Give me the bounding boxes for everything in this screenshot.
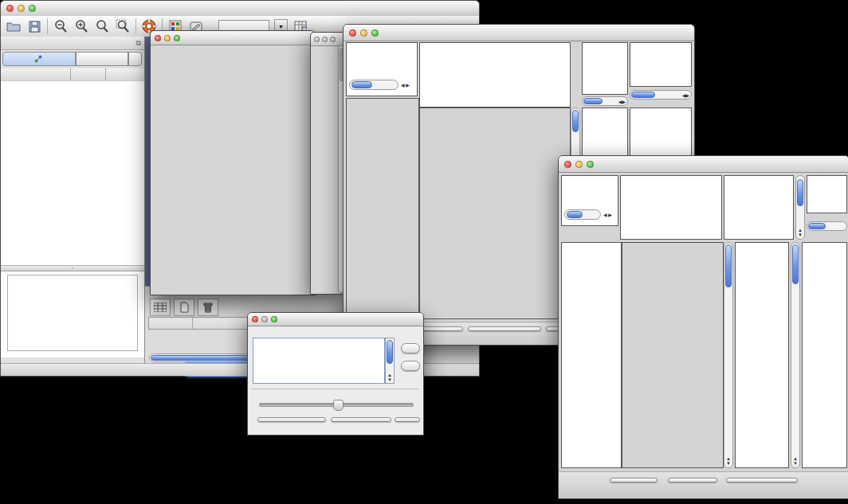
attribute-list-vscrollbar[interactable]: ▲▼ bbox=[385, 338, 395, 384]
tv2-save-data-button[interactable] bbox=[668, 478, 717, 483]
window-controls[interactable] bbox=[1, 5, 36, 12]
zoom-button[interactable] bbox=[587, 161, 594, 168]
tv2-sub-scroll-arrows[interactable]: ▲▼ bbox=[793, 456, 798, 466]
tv2-column-labels bbox=[724, 175, 794, 240]
move-up-button[interactable] bbox=[401, 343, 420, 354]
desktop: ▼ ⧉ bbox=[0, 0, 848, 504]
tv2-usage-scrollbar[interactable] bbox=[807, 221, 847, 231]
grid-window-titlebar[interactable] bbox=[311, 33, 345, 46]
zoom-button[interactable] bbox=[174, 35, 180, 41]
open-file-icon[interactable] bbox=[6, 18, 22, 34]
tv1-usage-scrollbar[interactable]: ◀▶ bbox=[630, 90, 692, 100]
attribute-select-icon[interactable] bbox=[150, 299, 171, 316]
tv2-usage-hints bbox=[807, 175, 847, 213]
col-header-nodes[interactable] bbox=[71, 68, 107, 80]
close-button[interactable] bbox=[252, 316, 258, 322]
map-colors-dialog: ▲▼ bbox=[247, 312, 424, 436]
tv1-row-dendrogram[interactable] bbox=[346, 98, 419, 319]
tv1-view-status: ◀ ▶ bbox=[346, 42, 418, 96]
animation-speed-slider[interactable] bbox=[259, 403, 414, 407]
tv2-sub-vscrollbar[interactable]: ▲▼ bbox=[791, 242, 800, 468]
zoom-fit-icon[interactable] bbox=[115, 18, 131, 34]
tv1-usage-scroll-arrows[interactable]: ◀▶ bbox=[682, 93, 689, 98]
tv1-status-scroll-arrows[interactable]: ◀ ▶ bbox=[401, 83, 410, 88]
zoom-button[interactable] bbox=[271, 316, 277, 322]
tv1-export-graphics-button[interactable] bbox=[468, 326, 541, 331]
treeview2-titlebar[interactable] bbox=[559, 156, 848, 173]
done-button[interactable] bbox=[395, 417, 420, 422]
attribute-scroll-arrows[interactable]: ▲▼ bbox=[387, 373, 392, 382]
minimize-button[interactable] bbox=[18, 5, 25, 12]
tv2-gene-list bbox=[802, 242, 847, 468]
close-button[interactable] bbox=[349, 29, 356, 37]
tv2-heatmap[interactable] bbox=[622, 242, 724, 468]
grid-network-window bbox=[310, 32, 346, 295]
move-down-button[interactable] bbox=[401, 361, 420, 371]
zoom-out-icon[interactable] bbox=[53, 18, 69, 34]
animate-vizmap-button[interactable] bbox=[257, 417, 326, 422]
new-attribute-icon[interactable] bbox=[174, 299, 194, 316]
zoom-selected-icon[interactable] bbox=[94, 18, 110, 34]
tv1-column-labels bbox=[582, 42, 628, 95]
close-button[interactable] bbox=[155, 35, 161, 41]
network-window-titlebar[interactable] bbox=[151, 31, 315, 45]
toolbar-separator bbox=[47, 18, 48, 34]
tv2-heatmap-vscrollbar[interactable]: ▲▼ bbox=[724, 242, 733, 468]
tv1-usage-hints bbox=[630, 42, 692, 87]
tv2-settings-button[interactable] bbox=[610, 478, 658, 483]
tv2-export-graphics-button[interactable] bbox=[726, 478, 798, 483]
panel-splitter[interactable]: • bbox=[1, 265, 144, 272]
tv1-sub-hscrollbar[interactable]: ◀▶ bbox=[582, 96, 628, 106]
network-view-window bbox=[150, 30, 316, 295]
tv2-view-status: ◀ ▶ bbox=[561, 175, 618, 226]
network-table-body bbox=[1, 80, 144, 265]
slider-thumb[interactable] bbox=[333, 400, 344, 411]
col-header-edges[interactable] bbox=[106, 68, 144, 80]
tv2-button-bar bbox=[559, 471, 848, 498]
minimize-button[interactable] bbox=[575, 161, 583, 168]
tv1-status-scrollbar[interactable] bbox=[349, 80, 398, 90]
save-icon[interactable] bbox=[26, 18, 42, 34]
close-button[interactable] bbox=[6, 5, 14, 12]
float-panel-icon[interactable]: ⧉ bbox=[136, 39, 141, 48]
tv2-collabel-vscrollbar[interactable]: ▲▼ bbox=[795, 175, 805, 240]
create-vizmap-button[interactable] bbox=[331, 417, 391, 422]
tv2-column-dendrogram-area[interactable] bbox=[620, 175, 722, 240]
tab-overflow-button[interactable] bbox=[128, 52, 142, 66]
main-titlebar[interactable] bbox=[1, 1, 479, 17]
zoom-button[interactable] bbox=[371, 29, 379, 37]
tab-vizmapper[interactable] bbox=[76, 52, 128, 66]
minimize-button[interactable] bbox=[164, 35, 171, 41]
map-colors-titlebar[interactable] bbox=[248, 313, 423, 326]
network-view-canvas[interactable] bbox=[151, 45, 313, 294]
tv2-heat-scroll-arrows[interactable]: ▲▼ bbox=[726, 456, 731, 466]
tv1-column-dendrogram[interactable] bbox=[419, 42, 571, 107]
tv2-collabel-scroll-arrows[interactable]: ▲▼ bbox=[798, 228, 803, 237]
tab-network[interactable] bbox=[2, 52, 76, 66]
network-overview-thumbnail[interactable] bbox=[7, 275, 138, 351]
zoom-button[interactable] bbox=[330, 37, 336, 42]
attribute-listbox[interactable] bbox=[253, 338, 385, 384]
tv2-row-dendrogram[interactable] bbox=[561, 242, 622, 468]
grid-network-canvas[interactable] bbox=[311, 45, 338, 293]
tv2-submatrix-panel bbox=[735, 242, 789, 468]
tv1-heatmap[interactable] bbox=[419, 107, 571, 319]
minimize-button[interactable] bbox=[360, 29, 367, 37]
data-col-id[interactable] bbox=[149, 318, 193, 329]
zoom-button[interactable] bbox=[29, 5, 36, 12]
col-header-network[interactable] bbox=[1, 68, 71, 80]
dialog-button-bar bbox=[248, 417, 423, 432]
minimize-button[interactable] bbox=[261, 316, 268, 322]
close-button[interactable] bbox=[314, 37, 320, 42]
treeview1-titlebar[interactable] bbox=[344, 25, 694, 41]
tv1-sub-scroll-arrows[interactable]: ◀▶ bbox=[618, 100, 626, 104]
tv2-status-scroll-arrows[interactable]: ◀ ▶ bbox=[603, 213, 612, 217]
tv2-status-scrollbar[interactable] bbox=[564, 209, 601, 220]
tv2-submatrix[interactable] bbox=[736, 244, 787, 455]
toolbar-separator bbox=[135, 18, 136, 34]
delete-attribute-trash-icon[interactable] bbox=[198, 299, 218, 316]
zoom-in-icon[interactable] bbox=[73, 18, 89, 34]
close-button[interactable] bbox=[564, 161, 571, 168]
treeview2-window: ◀ ▶ ▲▼ ▲▼ ▲▼ bbox=[558, 155, 848, 499]
minimize-button[interactable] bbox=[322, 37, 328, 42]
